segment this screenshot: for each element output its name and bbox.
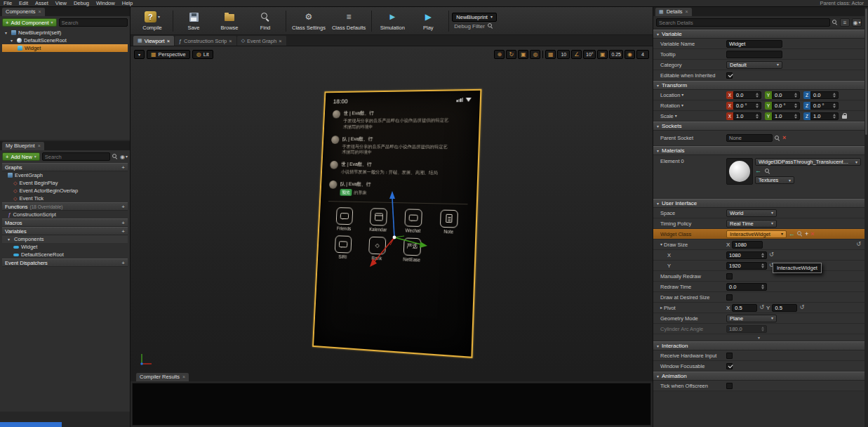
3d-viewport[interactable]: ▾ ▦ Perspective ◍ Lit ⊕ ↻ ▣ ◍ ▦ 10 ∠ 10°… bbox=[131, 46, 653, 372]
parent-socket-field[interactable]: None bbox=[726, 134, 773, 142]
translate-tool-button[interactable]: ⊕ bbox=[494, 50, 505, 59]
add-dispatcher-icon[interactable]: + bbox=[121, 260, 125, 266]
menu-edit[interactable]: Edit bbox=[15, 0, 32, 6]
geometry-mode-dropdown[interactable]: Plane▾ bbox=[726, 315, 777, 322]
rotation-snap-toggle[interactable]: ∠ bbox=[571, 50, 582, 59]
material-dropdown[interactable]: Widget3DPassThrough_Translucent_One ▾ bbox=[755, 158, 861, 166]
close-icon[interactable]: × bbox=[182, 374, 185, 379]
tab-my-blueprint[interactable]: My Blueprint × bbox=[2, 142, 44, 150]
pivot-x-field[interactable]: 0.5 bbox=[732, 304, 757, 312]
save-button[interactable]: Save bbox=[176, 8, 211, 34]
menu-file[interactable]: File bbox=[0, 0, 15, 6]
viewport-options-button[interactable]: ▾ bbox=[134, 50, 145, 59]
clear-socket-icon[interactable]: × bbox=[782, 135, 786, 141]
menu-view[interactable]: View bbox=[52, 0, 70, 6]
drawsize-x-field[interactable]: 1080 bbox=[732, 241, 763, 249]
add-graph-icon[interactable]: + bbox=[121, 164, 125, 171]
camera-speed-value[interactable]: 4 bbox=[636, 50, 649, 59]
section-materials[interactable]: ▾ Materials bbox=[653, 146, 864, 155]
spinner[interactable] bbox=[761, 263, 764, 268]
chevron-down-icon[interactable]: ▾ bbox=[5, 30, 9, 35]
display-filter-button[interactable]: ◉ ▾ bbox=[852, 18, 862, 27]
browse-asset-icon[interactable] bbox=[797, 231, 803, 237]
tree-item-scene-root[interactable]: ▾ DefaultSceneRoot bbox=[2, 37, 128, 44]
simulation-button[interactable]: ▶ Simulation bbox=[375, 8, 410, 34]
close-icon[interactable]: × bbox=[167, 38, 170, 44]
compiler-output[interactable] bbox=[132, 383, 651, 426]
chevron-down-icon[interactable]: ▾ bbox=[681, 93, 683, 97]
menu-debug[interactable]: Debug bbox=[70, 0, 93, 6]
use-selected-icon[interactable]: ← bbox=[789, 231, 795, 237]
details-search-input[interactable] bbox=[656, 18, 830, 27]
add-component-button[interactable]: + Add Component ▾ bbox=[2, 18, 57, 27]
debug-blueprint-dropdown[interactable]: NewBlueprint ▾ bbox=[452, 13, 497, 22]
view-options-button[interactable]: ◉ ▾ bbox=[120, 154, 128, 160]
property-matrix-button[interactable]: ≡ bbox=[840, 18, 850, 27]
tooltip-field[interactable] bbox=[729, 51, 780, 58]
browse-button[interactable]: Browse bbox=[212, 8, 247, 34]
event-actorbeginoverlap-item[interactable]: ◇ Event ActorBeginOverlap bbox=[2, 187, 128, 195]
tree-item-blueprint-root[interactable]: ▾ NewBlueprint(self) bbox=[2, 29, 128, 37]
manually-redraw-checkbox[interactable] bbox=[726, 273, 733, 280]
reset-icon[interactable]: ↺ bbox=[769, 252, 774, 258]
rotate-tool-button[interactable]: ↻ bbox=[506, 50, 516, 59]
spinner[interactable] bbox=[794, 114, 797, 119]
event-tick-item[interactable]: ◇ Event Tick bbox=[2, 195, 128, 202]
functions-section-header[interactable]: Functions (18 Overridable) + bbox=[2, 202, 128, 211]
spinner[interactable] bbox=[756, 114, 759, 119]
tab-details[interactable]: ▦ Details × bbox=[655, 8, 692, 16]
space-dropdown[interactable]: World▾ bbox=[726, 209, 777, 217]
grid-snap-toggle[interactable]: ▦ bbox=[545, 50, 556, 59]
plus-icon[interactable]: + bbox=[805, 230, 808, 237]
details-scrollbar[interactable] bbox=[864, 7, 868, 427]
expand-advanced-button[interactable]: ▾ bbox=[653, 334, 864, 341]
tab-viewport[interactable]: ▦ Viewport × bbox=[133, 36, 174, 46]
add-variable-icon[interactable]: + bbox=[121, 228, 125, 235]
spinner[interactable] bbox=[833, 93, 836, 98]
compile-button[interactable]: ? ▾ Compile bbox=[135, 8, 170, 34]
timing-policy-dropdown[interactable]: Real Time▾ bbox=[726, 220, 777, 228]
menu-help[interactable]: Help bbox=[119, 0, 136, 6]
tab-components[interactable]: Components × bbox=[2, 8, 45, 16]
section-animation[interactable]: ▾ Animation bbox=[653, 372, 864, 381]
rotation-snap-value[interactable]: 10° bbox=[583, 50, 596, 59]
chevron-down-icon[interactable]: ▾ bbox=[8, 237, 12, 242]
section-transform[interactable]: ▾ Transform bbox=[653, 81, 864, 90]
section-variable[interactable]: ▾ Variable bbox=[653, 29, 864, 39]
event-beginplay-item[interactable]: ◇ Event BeginPlay bbox=[2, 179, 128, 187]
close-icon[interactable]: × bbox=[686, 9, 688, 14]
widget-class-dropdown[interactable]: InteractiveWidget ▾ bbox=[726, 230, 787, 238]
reset-icon[interactable]: ↺ bbox=[856, 242, 861, 247]
eventgraph-item[interactable]: EventGraph bbox=[2, 171, 128, 179]
components-search-input[interactable] bbox=[59, 18, 128, 27]
draw-desired-checkbox[interactable] bbox=[726, 294, 733, 301]
transform-gizmo[interactable] bbox=[352, 181, 443, 280]
material-thumbnail[interactable] bbox=[726, 158, 753, 185]
lock-icon[interactable] bbox=[842, 113, 847, 119]
x-field[interactable]: 1080 bbox=[726, 251, 767, 259]
spinner[interactable] bbox=[756, 93, 759, 98]
tree-item-widget-selected[interactable]: Widget bbox=[2, 44, 128, 52]
rotation-x-field[interactable]: 0.0 ° bbox=[733, 102, 761, 110]
chevron-down-icon[interactable]: ▾ bbox=[675, 114, 677, 118]
scale-snap-value[interactable]: 0.25 bbox=[609, 50, 623, 59]
use-selected-icon[interactable]: ← bbox=[755, 168, 761, 174]
search-icon[interactable] bbox=[775, 136, 780, 141]
section-sockets[interactable]: ▾ Sockets bbox=[653, 121, 864, 131]
category-dropdown[interactable]: Default ▾ bbox=[726, 61, 782, 69]
components-group-header[interactable]: ▾ Components bbox=[2, 235, 128, 243]
window-focusable-checkbox[interactable] bbox=[726, 363, 733, 369]
camera-speed-button[interactable]: ◉ bbox=[625, 50, 635, 59]
scale-x-field[interactable]: 1.0 bbox=[733, 112, 761, 120]
world-local-toggle[interactable]: ◍ bbox=[530, 50, 540, 59]
redraw-time-field[interactable]: 0.0 bbox=[726, 283, 767, 291]
reset-icon[interactable]: ↺ bbox=[759, 305, 764, 310]
graphs-section-header[interactable]: Graphs + bbox=[2, 163, 128, 171]
pivot-y-field[interactable]: 0.5 bbox=[772, 304, 797, 312]
scale-z-field[interactable]: 1.0 bbox=[810, 112, 839, 120]
spinner[interactable] bbox=[794, 93, 797, 98]
spinner[interactable] bbox=[833, 103, 836, 108]
textures-dropdown[interactable]: Textures ▾ bbox=[755, 176, 794, 184]
class-defaults-button[interactable]: ≡ Class Defaults bbox=[329, 8, 368, 34]
location-x-field[interactable]: 0.0 bbox=[733, 91, 761, 99]
